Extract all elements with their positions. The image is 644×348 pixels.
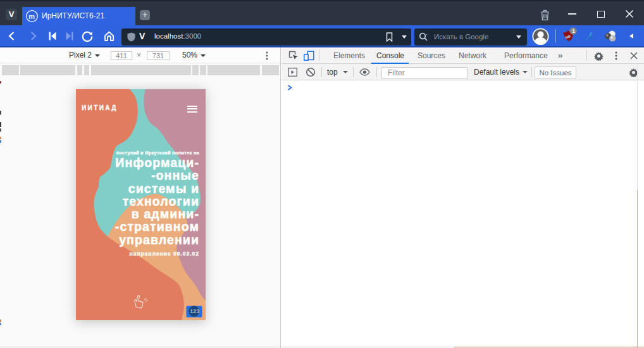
svg-text:m: m [28,13,35,20]
svg-text:123: 123 [190,308,199,314]
svg-text:1: 1 [572,28,575,34]
